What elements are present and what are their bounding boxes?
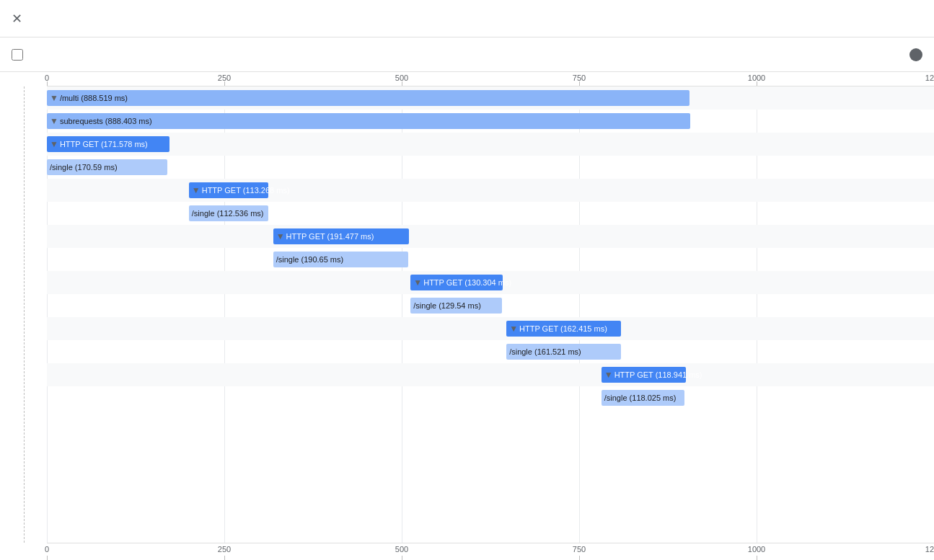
expand-icon[interactable]: ▼ [50,139,58,149]
row-label: /multi (888.519 ms) [60,94,128,102]
ruler-tick [579,81,580,86]
ruler-tick [757,556,757,560]
row-label: /single (118.025 ms) [604,394,677,402]
label-column [0,86,47,543]
expand-icon[interactable]: ▼ [413,277,422,288]
expand-icon[interactable]: ▼ [604,370,613,380]
ruler-label-500: 500 [395,545,408,554]
top-ruler: 025050075010001250 [47,72,934,86]
table-row: ▼/multi (888.519 ms) [47,86,934,110]
row-label: HTTP GET (191.477 ms) [286,232,374,241]
row-label: HTTP GET (118.941 ms) [614,370,702,379]
ruler-label-1250: 1250 [925,74,934,82]
header: ✕ [0,0,934,37]
expand-icon[interactable]: ▼ [509,324,518,334]
table-row: /single (190.65 ms) [47,248,934,271]
ruler-tick [402,81,402,86]
row-label: /single (129.54 ms) [413,301,481,310]
row-label: /single (112.536 ms) [192,209,264,218]
gantt-column: ▼/multi (888.519 ms)▼subrequests (888.40… [47,86,934,543]
rows-area: ▼/multi (888.519 ms)▼subrequests (888.40… [0,86,934,543]
ruler-tick [224,81,225,86]
ruler-label-750: 750 [573,545,586,554]
row-label: /single (190.65 ms) [276,255,344,264]
table-row: ▼HTTP GET (171.578 ms) [47,133,934,156]
table-row: ▼HTTP GET (191.477 ms) [47,225,934,248]
table-row: ▼HTTP GET (113.268 ms) [47,179,934,202]
toolbar-right [905,48,922,61]
trace-container: 025050075010001250 ▼/multi (888.519 ms)▼… [0,72,934,560]
ruler-label-1250: 1250 [925,545,934,554]
table-row: ▼subrequests (888.403 ms) [47,110,934,133]
row-label: HTTP GET (162.415 ms) [519,324,607,333]
row-label: /single (170.59 ms) [50,163,118,172]
ruler-tick [47,81,48,86]
ruler-label-0: 0 [45,545,49,554]
toolbar [0,37,934,72]
dashed-line [24,86,25,543]
expand-icon[interactable]: ▼ [192,185,201,195]
ruler-label-1000: 1000 [748,545,765,554]
bottom-ruler: 025050075010001250 [47,543,934,560]
ruler-tick [47,556,48,560]
table-row: /single (112.536 ms) [47,202,934,225]
row-label: HTTP GET (130.304 ms) [423,278,511,287]
ruler-label-250: 250 [218,545,231,554]
table-row: /single (129.54 ms) [47,294,934,317]
table-row: /single (161.521 ms) [47,340,934,363]
expand-icon[interactable]: ▼ [276,231,285,241]
show-logs-checkbox[interactable] [12,49,23,61]
row-label: /single (161.521 ms) [509,347,581,356]
row-label: HTTP GET (171.578 ms) [60,140,148,148]
ruler-tick [402,556,402,560]
ruler-tick [579,556,580,560]
help-icon[interactable] [909,48,922,61]
row-label: HTTP GET (113.268 ms) [202,186,290,195]
row-label: subrequests (888.403 ms) [60,117,152,125]
table-row: ▼HTTP GET (118.941 ms) [47,363,934,386]
collapse-all-button[interactable] [40,52,52,58]
expand-icon[interactable]: ▼ [50,93,58,103]
table-row: /single (118.025 ms) [47,386,934,409]
ruler-tick [757,81,757,86]
table-row: /single (170.59 ms) [47,156,934,179]
close-button[interactable]: ✕ [12,11,22,27]
table-row: ▼HTTP GET (130.304 ms) [47,271,934,294]
expand-icon[interactable]: ▼ [50,116,58,126]
show-logs-container [12,49,29,61]
table-row: ▼HTTP GET (162.415 ms) [47,317,934,340]
ruler-tick [224,556,225,560]
